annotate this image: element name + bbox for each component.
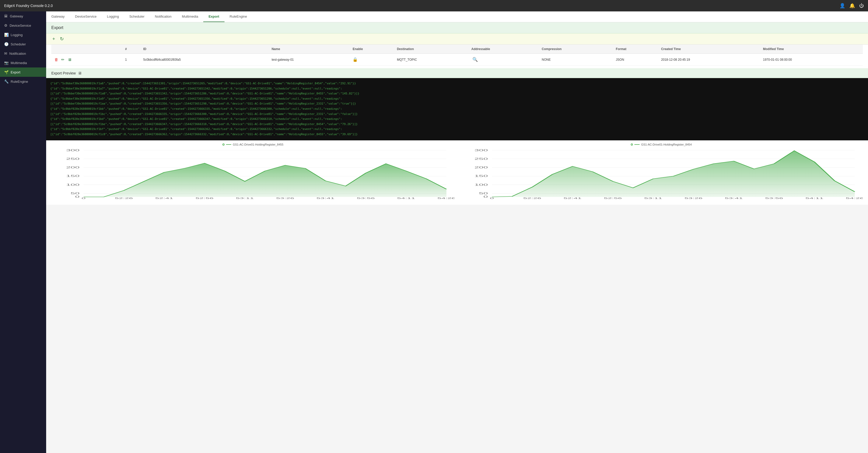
row-format: JSON (614, 54, 659, 66)
row-destination: MQTT_TOPIC (395, 54, 469, 66)
tab-scheduler[interactable]: Scheduler (124, 11, 150, 22)
svg-text:53:26: 53:26 (276, 197, 294, 199)
multimedia-icon: 📷 (4, 61, 8, 65)
row-created-time: 2018-12-08 20:45:19 (659, 54, 761, 66)
add-button[interactable]: + (51, 35, 56, 42)
chart1-svg: 300 250 200 150 100 50 0 (51, 148, 455, 200)
svg-text:53:41: 53:41 (316, 197, 335, 199)
tab-ruleengine[interactable]: RuleEngine (224, 11, 252, 22)
delete-button[interactable]: 🗑 (53, 57, 59, 62)
svg-text:0: 0 (82, 197, 86, 199)
json-preview-line: {"id":"5c0bbef30e360800019cf1a7","pushed… (50, 86, 864, 91)
sidebar-item-export[interactable]: 🌱 Export (0, 67, 46, 77)
edit-button[interactable]: ✏ (60, 57, 66, 62)
svg-marker-37 (492, 151, 855, 197)
svg-text:54:11: 54:11 (397, 197, 415, 199)
sidebar-item-deviceservice[interactable]: ⚙ DeviceService (0, 21, 46, 30)
json-preview-line: {"id":"5c0bbf020e360800019cf1bb","pushed… (50, 107, 864, 111)
tab-bar: Gateway DeviceService Logging Scheduler … (46, 11, 868, 22)
refresh-button[interactable]: ↻ (59, 35, 65, 42)
json-preview[interactable]: {"id":"5c0bbef30e360800019cf1a6","pushed… (46, 78, 868, 140)
svg-text:50: 50 (70, 192, 80, 195)
json-preview-line: {"id":"5c0bbef30e360800019cf1a9","pushed… (50, 96, 864, 101)
svg-text:52:56: 52:56 (604, 197, 622, 199)
tab-notification[interactable]: Notification (150, 11, 177, 22)
chart2-svg-wrap: 300 250 200 150 100 50 0 (460, 148, 863, 200)
charts-section: GS1-AC-Drive01-HoldingRegister_8455 (46, 140, 868, 205)
svg-text:52:41: 52:41 (155, 197, 173, 199)
chart2-legend-dot (631, 143, 633, 146)
chart1-svg-wrap: 300 250 200 150 100 50 0 (51, 148, 455, 200)
svg-text:53:56: 53:56 (765, 197, 783, 199)
svg-text:0: 0 (484, 195, 488, 198)
sidebar-label-scheduler: Scheduler (11, 42, 26, 46)
row-addressable: 🔍 (469, 54, 539, 66)
user-icon[interactable]: 👤 (839, 3, 845, 8)
addressable-search-button[interactable]: 🔍 (471, 56, 479, 63)
row-num: 1 (123, 54, 141, 66)
json-preview-line: [{"id":"5c0bbef30e360800019cf1a8","pushe… (50, 91, 864, 96)
notification-icon: ✉ (4, 51, 7, 56)
chart2-svg: 300 250 200 150 100 50 0 (460, 148, 863, 200)
sidebar-label-ruleengine: RuleEngine (11, 80, 28, 84)
sidebar-item-scheduler[interactable]: 🕐 Scheduler (0, 39, 46, 49)
svg-text:300: 300 (66, 149, 80, 151)
table-header-row: # ID Name Enable Destination Addressable… (51, 45, 863, 54)
svg-text:53:56: 53:56 (357, 197, 375, 199)
chart1-legend: GS1-AC-Drive01-HoldingRegister_8455 (51, 143, 455, 146)
svg-text:0: 0 (490, 197, 494, 199)
col-modified-time: Modified Time (761, 45, 863, 54)
svg-text:150: 150 (66, 174, 80, 177)
svg-text:150: 150 (474, 174, 488, 177)
svg-marker-13 (84, 163, 446, 197)
tab-deviceservice[interactable]: DeviceService (70, 11, 102, 22)
ruleengine-icon: 🔧 (4, 79, 8, 84)
col-enable: Enable (350, 45, 395, 54)
sidebar-label-multimedia: Multimedia (11, 61, 27, 65)
svg-text:52:26: 52:26 (523, 197, 541, 199)
json-preview-line: {"id":"5c0bbf020e360800019cf1bf","pushed… (50, 127, 864, 132)
chart2-container: GS1-AC-Drive01-HoldingRegister_8454 (460, 143, 863, 200)
json-preview-line: [{"id":"5c0bbf020e360800019cf1bc","pushe… (50, 112, 864, 116)
tab-logging[interactable]: Logging (102, 11, 124, 22)
col-created-time: Created Time (659, 45, 761, 54)
svg-text:53:41: 53:41 (725, 197, 743, 199)
deviceservice-icon: ⚙ (4, 23, 7, 28)
svg-text:50: 50 (479, 192, 488, 195)
col-actions (51, 45, 123, 54)
row-compression: NONE (540, 54, 614, 66)
json-preview-line: [{"id":"5c0bbef30e360800019cf1aa","pushe… (50, 102, 864, 106)
preview-header: Export Preview 🖥 (46, 68, 868, 78)
chart1-container: GS1-AC-Drive01-HoldingRegister_8455 (51, 143, 455, 200)
tab-multimedia[interactable]: Multimedia (177, 11, 204, 22)
svg-text:100: 100 (474, 183, 488, 186)
svg-text:200: 200 (474, 166, 488, 169)
svg-text:53:11: 53:11 (236, 197, 254, 199)
export-toolbar: + ↻ (46, 33, 868, 45)
sidebar-item-ruleengine[interactable]: 🔧 RuleEngine (0, 77, 46, 86)
json-preview-line: {"id":"5c0bbef30e360800019cf1a6","pushed… (50, 81, 864, 86)
sidebar-item-multimedia[interactable]: 📷 Multimedia (0, 58, 46, 67)
col-compression: Compression (540, 45, 614, 54)
svg-text:0: 0 (75, 195, 80, 198)
bell-icon[interactable]: 🔔 (849, 3, 855, 8)
sidebar-item-notification[interactable]: ✉ Notification (0, 49, 46, 58)
export-icon: 🌱 (4, 70, 8, 74)
svg-text:54:11: 54:11 (805, 197, 824, 199)
export-table-wrapper: # ID Name Enable Destination Addressable… (46, 45, 868, 68)
power-icon[interactable]: ⏻ (859, 3, 864, 8)
monitor-button[interactable]: 🖥 (67, 57, 72, 62)
tab-export[interactable]: Export (203, 11, 224, 22)
sidebar-item-logging[interactable]: 📊 Logging (0, 30, 46, 39)
tab-gateway[interactable]: Gateway (46, 11, 70, 22)
row-actions: 🗑 ✏ 🖥 (51, 54, 123, 66)
app-title: EdgeX Foundry Console 0.2.0 (4, 4, 53, 8)
export-table-body: 🗑 ✏ 🖥 1 5c0bbcdffd4ca80001f83fa5 test-ga… (51, 54, 863, 66)
chart2-legend: GS1-AC-Drive01-HoldingRegister_8454 (460, 143, 863, 146)
svg-text:100: 100 (66, 183, 80, 186)
sidebar-item-gateway[interactable]: 🏛 Gateway (0, 11, 46, 21)
export-section-header: Export (46, 22, 868, 33)
sidebar-label-export: Export (11, 70, 21, 74)
row-name: test-gateway-01 (270, 54, 351, 66)
col-id: ID (141, 45, 270, 54)
